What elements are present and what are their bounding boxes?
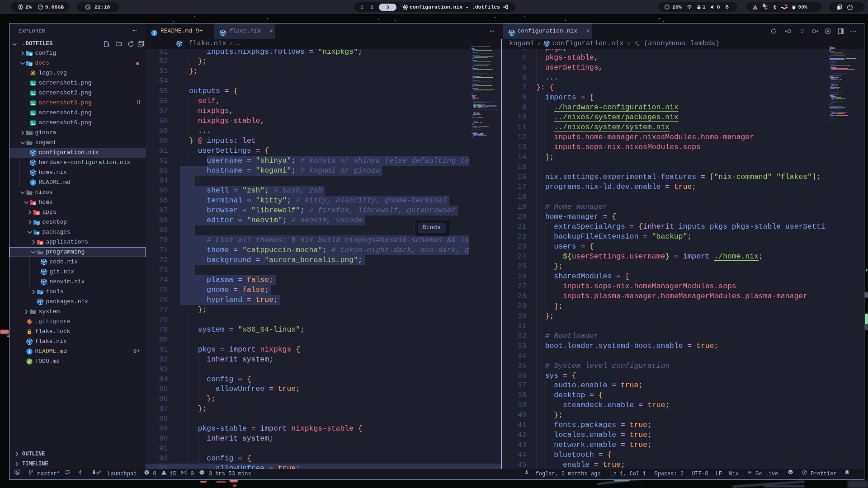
svg-text:x: x [637,43,640,47]
